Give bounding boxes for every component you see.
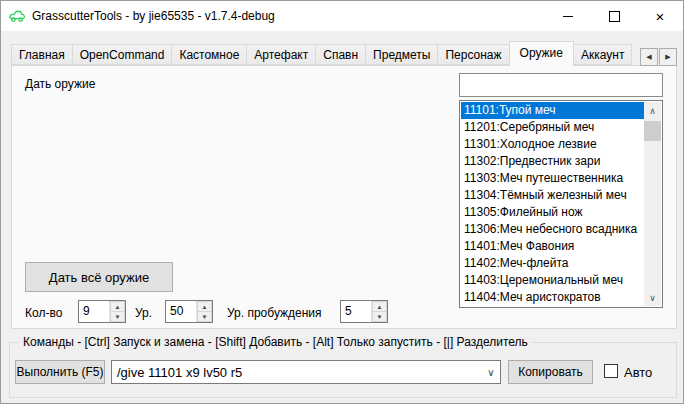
list-item[interactable]: 11403:Церемониальный меч	[461, 272, 644, 289]
app-window: GrasscutterTools - by jie65535 - v1.7.4-…	[0, 0, 684, 404]
list-item[interactable]: 11305:Филейный нож	[461, 204, 644, 221]
tab-weapon[interactable]: Оружие	[509, 41, 574, 66]
count-stepper[interactable]: 9 ▲ ▼	[78, 300, 126, 323]
weapon-search-input[interactable]	[459, 73, 663, 97]
tab-scroll-buttons: ◀ ▶	[640, 48, 677, 66]
spin-down-icon[interactable]: ▼	[372, 312, 387, 322]
spin-down-icon[interactable]: ▼	[197, 312, 212, 322]
tab-strip: Главная OpenCommand Кастомное Артефакт С…	[11, 41, 640, 66]
tab-artifact[interactable]: Артефакт	[246, 44, 316, 65]
list-item[interactable]: 11401:Меч Фавония	[461, 238, 644, 255]
close-icon: ×	[656, 9, 665, 24]
title-bar: GrasscutterTools - by jie65535 - v1.7.4-…	[1, 1, 683, 31]
list-item[interactable]: 11306:Меч небесного всадника	[461, 221, 644, 238]
spin-up-icon[interactable]: ▲	[110, 301, 125, 312]
list-item[interactable]: 11301:Холодное лезвие	[461, 136, 644, 153]
command-text: /give 11101 x9 lv50 r5	[112, 365, 482, 380]
list-item[interactable]: 11404:Меч аристократов	[461, 289, 644, 306]
scrollbar-thumb[interactable]	[644, 121, 661, 141]
minimize-icon	[563, 16, 573, 17]
refinement-stepper[interactable]: 5 ▲ ▼	[340, 300, 388, 323]
tab-account[interactable]: Аккаунт	[573, 44, 632, 65]
count-label: Кол-во	[25, 306, 62, 320]
spin-up-icon[interactable]: ▲	[372, 301, 387, 312]
refinement-spin-buttons: ▲ ▼	[371, 301, 387, 322]
tab-scroll-left-button[interactable]: ◀	[640, 48, 658, 66]
list-item[interactable]: 11402:Меч-флейта	[461, 255, 644, 272]
grasscutter-logo-icon	[8, 8, 26, 24]
run-command-button[interactable]: Выполнить (F5)	[15, 360, 105, 384]
tab-custom[interactable]: Кастомное	[171, 44, 247, 65]
level-label: Ур.	[135, 306, 152, 320]
minimize-button[interactable]	[545, 1, 591, 31]
commands-groupbox-title: Команды - [Ctrl] Запуск и замена - [Shif…	[19, 335, 532, 349]
list-item[interactable]: 11303:Меч путешественника	[461, 170, 644, 187]
list-item[interactable]: 11302:Предвестник зари	[461, 153, 644, 170]
weapon-list-items: 11101:Тупой меч 11201:Серебряный меч 113…	[461, 102, 644, 306]
tab-main[interactable]: Главная	[11, 44, 73, 65]
tab-opencommand[interactable]: OpenCommand	[72, 44, 173, 65]
tab-character[interactable]: Персонаж	[437, 44, 509, 65]
maximize-button[interactable]	[591, 1, 637, 31]
scroll-down-icon[interactable]: ∨	[644, 289, 661, 306]
give-all-weapons-button[interactable]: Дать всё оружие	[25, 262, 173, 292]
give-weapon-label: Дать оружие	[25, 77, 95, 91]
tab-scroll-right-button[interactable]: ▶	[659, 48, 677, 66]
list-item[interactable]: 11201:Серебряный меч	[461, 119, 644, 136]
command-combobox[interactable]: /give 11101 x9 lv50 r5 ∨	[111, 360, 501, 384]
scroll-up-icon[interactable]: ∧	[644, 102, 661, 119]
window-title: GrasscutterTools - by jie65535 - v1.7.4-…	[32, 9, 275, 23]
chevron-down-icon[interactable]: ∨	[482, 367, 500, 378]
refinement-label: Ур. пробуждения	[227, 306, 322, 320]
copy-command-button[interactable]: Копировать	[508, 360, 593, 384]
spin-up-icon[interactable]: ▲	[197, 301, 212, 312]
auto-checkbox[interactable]	[604, 364, 618, 378]
auto-checkbox-label: Авто	[624, 365, 652, 380]
count-spin-buttons: ▲ ▼	[109, 301, 125, 322]
window-controls: ×	[545, 1, 683, 31]
level-stepper[interactable]: 50 ▲ ▼	[165, 300, 213, 323]
list-item[interactable]: 11101:Тупой меч	[461, 102, 644, 119]
refinement-value: 5	[341, 301, 371, 322]
weapon-list-scrollbar[interactable]: ∧ ∨	[644, 102, 661, 306]
weapon-list[interactable]: 11101:Тупой меч 11201:Серебряный меч 113…	[459, 100, 663, 308]
arrow-right-icon: ▶	[665, 53, 670, 61]
tab-spawn[interactable]: Спавн	[315, 44, 366, 65]
close-button[interactable]: ×	[637, 1, 683, 31]
level-value: 50	[166, 301, 196, 322]
maximize-icon	[609, 11, 620, 22]
count-value: 9	[79, 301, 109, 322]
list-item[interactable]: 11304:Тёмный железный меч	[461, 187, 644, 204]
tab-items[interactable]: Предметы	[365, 44, 438, 65]
spin-down-icon[interactable]: ▼	[110, 312, 125, 322]
arrow-left-icon: ◀	[646, 53, 651, 61]
level-spin-buttons: ▲ ▼	[196, 301, 212, 322]
